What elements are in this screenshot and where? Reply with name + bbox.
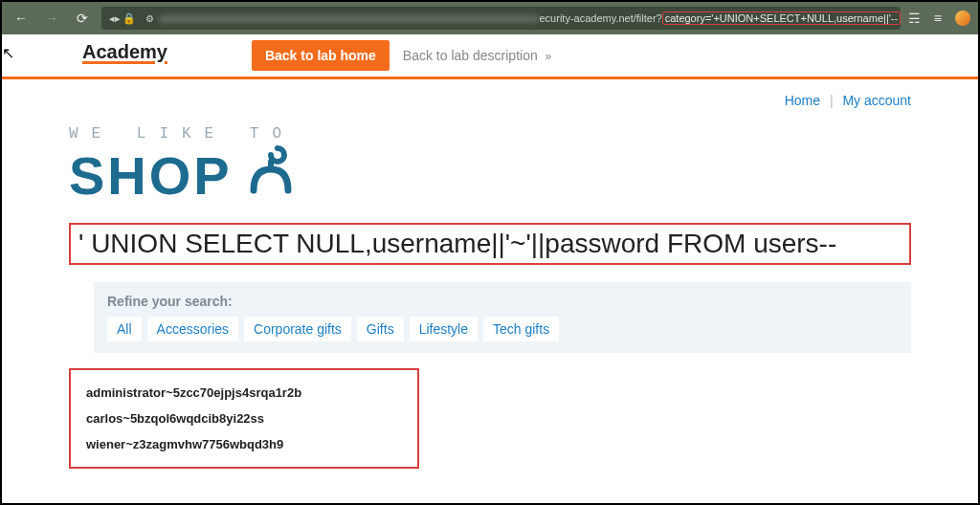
result-row: wiener~z3zagmvhw7756wbqd3h9 (86, 431, 402, 457)
forward-button[interactable]: → (40, 7, 63, 30)
lock-icon: 🔒 (122, 12, 136, 25)
url-mid: ecurity-academy.net/filter (540, 12, 657, 24)
browser-right-icons: ☴ ≡ (908, 11, 970, 26)
pocket-icon[interactable]: ☴ (908, 11, 921, 26)
chevron-right-icon: » (546, 50, 552, 63)
back-button[interactable]: ← (10, 7, 33, 30)
shop-wordmark: SHOP (69, 152, 233, 200)
nav-home-link[interactable]: Home (785, 93, 820, 108)
result-row: carlos~5bzqol6wqdcib8yi22ss (86, 406, 402, 431)
shop-tagline: WE LIKE TO (69, 125, 911, 143)
url-obscured: xxxxxxxxxxxxxxxxxxxxxxxxxxxxxxxxxxxxxxxx… (160, 12, 540, 24)
back-to-lab-description-label: Back to lab description (403, 48, 538, 63)
permissions-icon: ⚙ (145, 13, 154, 24)
profile-avatar[interactable] (955, 11, 970, 26)
nav-separator: | (830, 93, 834, 108)
reload-button[interactable]: ⟳ (71, 7, 94, 30)
browser-chrome: ← → ⟳ ◂▸ 🔒 ⚙ xxxxxxxxxxxxxxxxxxxxxxxxxxx… (2, 2, 978, 34)
back-to-lab-home-button[interactable]: Back to lab home (252, 40, 390, 71)
account-nav: Home | My account (69, 79, 911, 121)
back-to-lab-description-link[interactable]: Back to lab description » (403, 48, 551, 63)
refine-label: Refine your search: (107, 294, 898, 309)
page-content: Home | My account WE LIKE TO SHOP ' UNIO… (2, 79, 978, 469)
shop-logo: WE LIKE TO SHOP (69, 125, 911, 200)
menu-icon[interactable]: ≡ (934, 11, 942, 26)
url-highlight: category='+UNION+SELECT+NULL,username||'… (662, 11, 901, 25)
refine-panel: Refine your search: All Accessories Corp… (94, 282, 911, 353)
chip-gifts[interactable]: Gifts (357, 317, 404, 341)
mouse-cursor: ↖ (2, 44, 14, 62)
hanger-icon (244, 143, 311, 200)
chip-lifestyle[interactable]: Lifestyle (410, 317, 478, 341)
academy-logo[interactable]: Academy (82, 41, 167, 63)
chip-corporate-gifts[interactable]: Corporate gifts (244, 317, 351, 341)
nav-myaccount-link[interactable]: My account (842, 93, 911, 108)
chip-accessories[interactable]: Accessories (147, 317, 238, 341)
chip-all[interactable]: All (107, 317, 142, 341)
results-box: administrator~5zcc70ejpjs4srqa1r2b carlo… (69, 368, 419, 469)
address-bar[interactable]: ◂▸ 🔒 ⚙ xxxxxxxxxxxxxxxxxxxxxxxxxxxxxxxxx… (101, 7, 901, 30)
refine-chips: All Accessories Corporate gifts Gifts Li… (107, 317, 898, 341)
shield-icon: ◂▸ (109, 12, 121, 25)
lab-topbar: Academy Back to lab home Back to lab des… (2, 34, 978, 77)
chip-tech-gifts[interactable]: Tech gifts (483, 317, 559, 341)
category-heading: ' UNION SELECT NULL,username||'~'||passw… (69, 223, 911, 265)
result-row: administrator~5zcc70ejpjs4srqa1r2b (86, 380, 402, 406)
